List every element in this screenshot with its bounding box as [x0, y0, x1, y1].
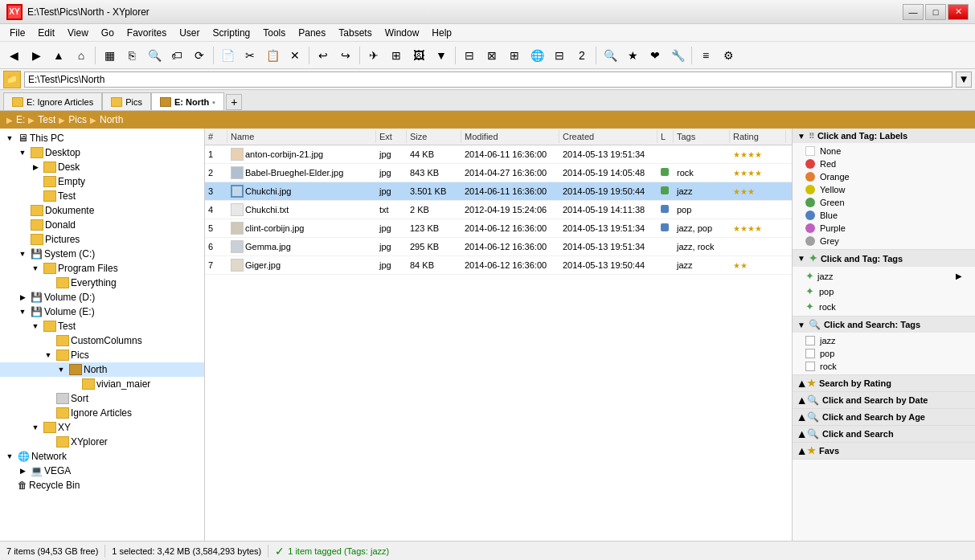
tag-jazz[interactable]: ✦ jazz ▶ [793, 268, 975, 284]
fav-button[interactable]: ❤ [645, 45, 666, 66]
up-button[interactable]: ▲ [48, 45, 69, 66]
label-blue[interactable]: Blue [793, 209, 975, 222]
tree-item-thispc[interactable]: ▼ 🖥 This PC [0, 130, 204, 145]
dual-button[interactable]: ⊟ [549, 45, 570, 66]
address-input[interactable] [24, 72, 952, 88]
breadcrumb-e[interactable]: E: [16, 114, 25, 125]
search-tag-rock[interactable]: rock [793, 360, 975, 373]
tab-pics[interactable]: Pics [102, 92, 151, 110]
home-button[interactable]: ⌂ [71, 45, 92, 66]
tree-item-everything[interactable]: Everything [0, 276, 204, 290]
star-button[interactable]: ★ [622, 45, 643, 66]
col-num[interactable]: # [205, 130, 227, 143]
address-dropdown[interactable]: ▼ [956, 72, 972, 88]
breadcrumb-north[interactable]: North [100, 114, 123, 125]
file-row[interactable]: 1 anton-corbijn-21.jpg jpg 44 KB 2014-06… [205, 145, 792, 164]
file-row[interactable]: 3 Chukchi.jpg jpg 3.501 KB 2014-06-11 16… [205, 182, 792, 201]
tree-item-desktop[interactable]: ▼ Desktop [0, 145, 204, 160]
label-orange[interactable]: Orange [793, 170, 975, 183]
menu-item-panes[interactable]: Panes [292, 26, 332, 40]
tree-item-xy[interactable]: ▼ XY [0, 420, 204, 435]
menu-item-scripting[interactable]: Scripting [207, 26, 257, 40]
tree-item-recycle[interactable]: 🗑 Recycle Bin [0, 478, 204, 493]
col-size[interactable]: Size [407, 130, 461, 143]
col-ext[interactable]: Ext [376, 130, 407, 143]
menu-item-file[interactable]: File [3, 26, 31, 40]
menu-item-favorites[interactable]: Favorites [121, 26, 173, 40]
tree-item-pics[interactable]: ▼ Pics [0, 348, 204, 362]
menu-item-tools[interactable]: Tools [256, 26, 292, 40]
breadcrumb-test[interactable]: Test [38, 114, 55, 125]
panel-button[interactable]: ⊞ [386, 45, 407, 66]
tree-expand[interactable]: ▼ [16, 308, 29, 316]
tree-expand[interactable]: ▼ [29, 423, 42, 431]
new-button[interactable]: 📄 [217, 45, 238, 66]
send-button[interactable]: ✈ [363, 45, 384, 66]
tree-expand[interactable]: ▼ [29, 264, 42, 272]
tool-button[interactable]: 🔧 [667, 45, 688, 66]
label-red[interactable]: Red [793, 157, 975, 170]
file-row[interactable]: 7 Giger.jpg jpg 84 KB 2014-06-12 16:36:0… [205, 256, 792, 275]
menu-item-view[interactable]: View [61, 26, 95, 40]
rp-header-date[interactable]: ▶ 🔍 Click and Search by Date [793, 392, 975, 408]
tree-item-customcolumns[interactable]: CustomColumns [0, 333, 204, 348]
tree-item-programfiles[interactable]: ▼ Program Files [0, 261, 204, 276]
close-button[interactable]: ✕ [948, 4, 969, 20]
file-row[interactable]: 4 Chukchi.txt txt 2 KB 2012-04-19 15:24:… [205, 201, 792, 219]
new-tab-button[interactable]: + [226, 94, 242, 110]
tree-item-vega[interactable]: ▶ 💻 VEGA [0, 464, 204, 478]
tree-item-sort[interactable]: Sort [0, 391, 204, 406]
col-tags[interactable]: Tags [674, 130, 730, 143]
label-none[interactable]: None [793, 145, 975, 157]
tab-north[interactable]: E: North ▪ [151, 92, 224, 110]
zoom-button[interactable]: 🔍 [600, 45, 621, 66]
tree-item-donald[interactable]: Donald [0, 218, 204, 232]
search-button[interactable]: 🔍 [144, 45, 165, 66]
file-row[interactable]: 5 clint-corbijn.jpg jpg 123 KB 2014-06-1… [205, 219, 792, 238]
tree-item-desk[interactable]: ▶ Desk [0, 160, 204, 174]
tree-item-empty[interactable]: Empty [0, 174, 204, 189]
tree-item-dokumente[interactable]: Dokumente [0, 203, 204, 218]
menu-item-help[interactable]: Help [425, 26, 458, 40]
tag-pop[interactable]: ✦ pop [793, 284, 975, 299]
layout4-button[interactable]: 🌐 [526, 45, 547, 66]
layout2-button[interactable]: ⊠ [481, 45, 502, 66]
num-button[interactable]: 2 [571, 45, 592, 66]
rp-header-tagtags[interactable]: ▼ ✦ Click and Tag: Tags [793, 250, 975, 267]
config-button[interactable]: ⚙ [718, 45, 739, 66]
tree-expand[interactable]: ▼ [29, 322, 42, 330]
tree-expand[interactable]: ▼ [16, 250, 29, 258]
layout3-button[interactable]: ⊞ [504, 45, 525, 66]
tree-item-pictures[interactable]: Pictures [0, 232, 204, 247]
layout1-button[interactable]: ⊟ [459, 45, 480, 66]
forward-button[interactable]: ▶ [26, 45, 47, 66]
tree-expand[interactable]: ▶ [16, 293, 29, 301]
rp-header-searchtags[interactable]: ▼ 🔍 Click and Search: Tags [793, 317, 975, 333]
breadcrumb-pics[interactable]: Pics [68, 114, 87, 125]
tag-button[interactable]: 🏷 [166, 45, 187, 66]
tree-expand[interactable]: ▼ [42, 351, 55, 359]
checkbox-pop[interactable] [805, 349, 815, 358]
menu-item-window[interactable]: Window [379, 26, 426, 40]
redo-button[interactable]: ↪ [335, 45, 356, 66]
cut-button[interactable]: ✂ [240, 45, 260, 66]
menu-item-user[interactable]: User [173, 26, 206, 40]
col-name[interactable]: Name [227, 130, 376, 143]
tree-expand[interactable]: ▼ [55, 366, 68, 374]
checkbox-jazz[interactable] [805, 336, 815, 345]
tree-expand[interactable]: ▶ [16, 467, 29, 475]
file-row[interactable]: 2 Babel-Brueghel-Elder.jpg jpg 843 KB 20… [205, 164, 792, 182]
rp-header-rating[interactable]: ▶ ★ Search by Rating [793, 375, 975, 391]
preview-button[interactable]: 🖼 [408, 45, 429, 66]
sync-button[interactable]: ⟳ [189, 45, 210, 66]
search-tag-jazz[interactable]: jazz [793, 334, 975, 347]
rp-header-favs[interactable]: ▶ ★ Favs [793, 443, 975, 459]
search-tag-pop[interactable]: pop [793, 347, 975, 360]
menu-item-go[interactable]: Go [95, 26, 121, 40]
tree-item-volume-e[interactable]: ▼ 💾 Volume (E:) [0, 305, 204, 319]
tree-item-test-desktop[interactable]: Test [0, 189, 204, 203]
tree-item-north[interactable]: ▼ North [0, 362, 204, 377]
back-button[interactable]: ◀ [3, 45, 24, 66]
tab-ignore-articles[interactable]: E: Ignore Articles [3, 92, 102, 110]
tree-expand[interactable]: ▶ [29, 163, 42, 171]
